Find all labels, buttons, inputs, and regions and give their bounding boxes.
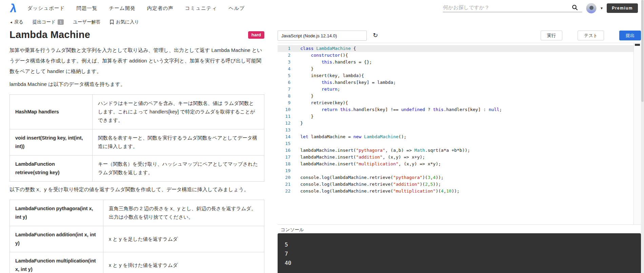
- code-text: return this.handlers[key] !== undefined …: [295, 106, 502, 113]
- nav-item[interactable]: ダッシュボード: [27, 5, 65, 12]
- submit-button[interactable]: 提出: [619, 31, 641, 40]
- line-number: 8: [278, 93, 295, 99]
- line-number: 21: [278, 181, 295, 188]
- code-text: retrieve(key){: [295, 99, 348, 106]
- code-line[interactable]: 7 return;: [278, 86, 641, 93]
- code-line[interactable]: 21console.log(lambdaMachine.retrieve("ad…: [278, 181, 641, 188]
- code-line[interactable]: 13: [278, 127, 641, 133]
- favorite-button[interactable]: お気に入り: [110, 19, 139, 25]
- editor-scrollbar-thumb[interactable]: [635, 44, 640, 46]
- page-scrollbar-thumb[interactable]: [641, 0, 644, 102]
- top-navbar: λ ダッシュボード問題一覧チーム開発内定者の声コミュニティヘルプ ▾ Premi…: [0, 0, 644, 16]
- code-line[interactable]: 10 return this.handlers[key] !== undefin…: [278, 106, 641, 113]
- language-select[interactable]: JavaScript (Node.js 12.14.0): [278, 31, 367, 41]
- code-line[interactable]: 9 retrieve(key){: [278, 99, 641, 106]
- task-table: LambdaFunction pythagora(int x, int y)直角…: [9, 200, 264, 273]
- code-line[interactable]: 4 }: [278, 66, 641, 72]
- code-text: console.log(lambdaMachine.retrieve("addi…: [295, 181, 441, 188]
- code-text: constructor(){: [295, 52, 348, 59]
- line-number: 7: [278, 86, 295, 93]
- nav-item[interactable]: 問題一覧: [76, 5, 97, 12]
- lambda-logo-icon[interactable]: λ: [9, 2, 17, 14]
- code-editor[interactable]: 1class LambdaMachine {2 constructor(){3 …: [278, 43, 641, 225]
- back-label: 戻る: [14, 19, 23, 25]
- console-output-line: 5: [285, 240, 641, 249]
- line-number: 1: [278, 45, 295, 52]
- chevron-down-icon[interactable]: ▾: [601, 6, 603, 11]
- code-text: lambdaMachine.insert("addition", (x,y) =…: [295, 154, 425, 161]
- desc-cell: 直角三角形の 2 辺の長さを x、y とし、斜辺の長さを返すラムダ。出力は小数点…: [103, 200, 264, 226]
- bookmark-icon: [110, 20, 114, 24]
- code-line[interactable]: 11 }: [278, 113, 641, 120]
- back-arrow-icon: ◂: [10, 20, 12, 24]
- run-button[interactable]: 実行: [541, 31, 562, 40]
- code-line[interactable]: 15: [278, 140, 641, 147]
- line-number: 18: [278, 161, 295, 167]
- code-line[interactable]: 6 this.handlers[key] = lambda;: [278, 79, 641, 86]
- table-row: LambdaFunction pythagora(int x, int y)直角…: [10, 200, 264, 226]
- term-cell: HashMap handlers: [10, 95, 93, 129]
- search-input[interactable]: [443, 4, 572, 10]
- code-line[interactable]: 22console.log(lambdaMachine.retrieve("mu…: [278, 188, 641, 195]
- code-text: console.log(lambdaMachine.retrieve("mult…: [295, 188, 460, 195]
- code-line[interactable]: 1class LambdaMachine {: [278, 45, 641, 52]
- refresh-icon[interactable]: ↻: [373, 32, 378, 39]
- premium-button[interactable]: Premium: [607, 3, 638, 13]
- line-number: 19: [278, 167, 295, 174]
- nav-item[interactable]: コミュニティ: [185, 5, 217, 12]
- code-line[interactable]: 5 insert(key, lambda){: [278, 72, 641, 79]
- user-answers-label: ユーザー解答: [73, 19, 101, 25]
- code-text: return;: [295, 86, 340, 93]
- code-text: this.handlers[key] = lambda;: [295, 79, 396, 86]
- line-number: 14: [278, 133, 295, 140]
- structure-table: HashMap handlersハンドラはキーと値のペアを含み、キーは関数名、値…: [9, 94, 264, 182]
- code-line[interactable]: 8 }: [278, 93, 641, 99]
- title-row: Lambda Machine hard: [9, 29, 264, 40]
- desc-cell: x と y を掛けた値を返すラムダ: [103, 252, 264, 273]
- action-buttons: 実行 テスト 提出: [541, 31, 641, 40]
- difficulty-badge: hard: [248, 31, 264, 39]
- test-button[interactable]: テスト: [578, 31, 604, 40]
- line-number: 2: [278, 52, 295, 59]
- nav-item[interactable]: チーム開発: [109, 5, 135, 12]
- back-button[interactable]: ◂ 戻る: [10, 19, 23, 25]
- nav-item[interactable]: 内定者の声: [147, 5, 174, 12]
- code-line[interactable]: 16lambdaMachine.insert("pythagora", (a,b…: [278, 147, 641, 154]
- main-nav: ダッシュボード問題一覧チーム開発内定者の声コミュニティヘルプ: [27, 5, 245, 12]
- code-line[interactable]: 20console.log(lambdaMachine.retrieve("py…: [278, 174, 641, 181]
- table-row: LambdaFunction addition(int x, int y)x と…: [10, 226, 264, 252]
- line-number: 11: [278, 113, 295, 120]
- line-number: 16: [278, 147, 295, 154]
- code-text: class LambdaMachine {: [295, 45, 356, 52]
- code-line[interactable]: 3 this.handlers = {};: [278, 59, 641, 66]
- line-number: 3: [278, 59, 295, 66]
- desc-cell: ハンドラはキーと値のペアを含み、キーは関数名、値は ラムダ関数とします。これによ…: [93, 95, 264, 129]
- line-number: 20: [278, 174, 295, 181]
- search-icon[interactable]: [572, 4, 578, 11]
- code-text: lambdaMachine.insert("multiplication", (…: [295, 161, 441, 167]
- line-number: 6: [278, 79, 295, 86]
- term-cell: LambdaFunction pythagora(int x, int y): [10, 200, 103, 226]
- code-line[interactable]: 18lambdaMachine.insert("multiplication",…: [278, 161, 641, 167]
- console-label: コンソール: [281, 227, 304, 233]
- code-text: }: [295, 120, 303, 127]
- user-answers-tab[interactable]: ユーザー解答: [73, 19, 101, 25]
- nav-item[interactable]: ヘルプ: [229, 5, 245, 12]
- code-line[interactable]: 2 constructor(){: [278, 52, 641, 59]
- code-text: this.handlers = {};: [295, 59, 372, 66]
- line-number: 9: [278, 99, 295, 106]
- user-avatar[interactable]: [586, 3, 597, 14]
- code-line[interactable]: 17lambdaMachine.insert("addition", (x,y)…: [278, 154, 641, 161]
- code-text: insert(key, lambda){: [295, 72, 364, 79]
- code-text: lambdaMachine.insert("pythagora", (a,b) …: [295, 147, 470, 154]
- code-line[interactable]: 19: [278, 167, 641, 174]
- code-line[interactable]: 14let lambdaMachine = new LambdaMachine(…: [278, 133, 641, 140]
- page-scrollbar[interactable]: [641, 0, 644, 273]
- desc-cell: キー（関数名）を受け取り、ハッシュマップにペアとしてマップされたラムダ関数を返し…: [93, 156, 264, 182]
- submitted-code-tab[interactable]: 提出コード 1: [33, 19, 64, 25]
- line-number: 22: [278, 188, 295, 195]
- term-cell: LambdaFunction addition(int x, int y): [10, 226, 103, 252]
- code-text: [295, 167, 300, 174]
- code-line[interactable]: 12}: [278, 120, 641, 127]
- editor-scrollbar[interactable]: [633, 43, 641, 224]
